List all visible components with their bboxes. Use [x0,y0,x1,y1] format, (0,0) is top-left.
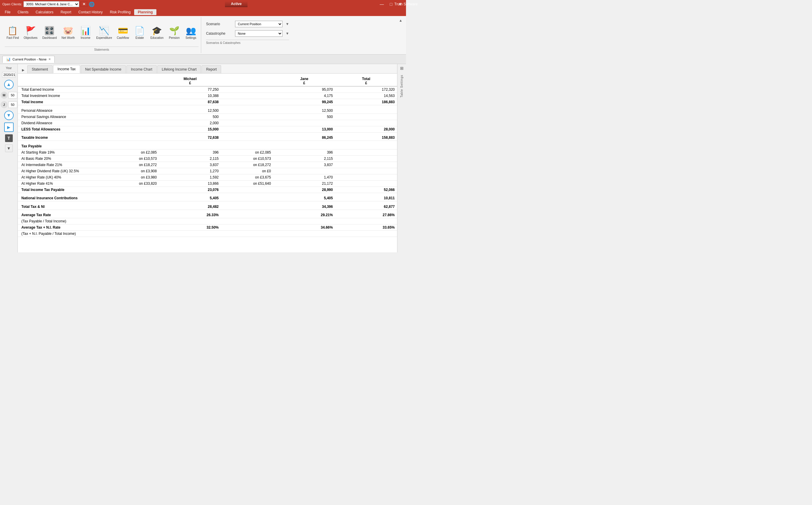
education-icon: 🎓 [152,26,162,36]
toolbar-estate[interactable]: 📄 Estate [132,25,147,41]
table-cell-9-3: on £2,085 [221,149,273,155]
tab-lifelong-income-chart[interactable]: Lifelong Income Chart [157,65,201,73]
table-cell-21-0: (Tax + N.I. Payable / Total Income) [18,231,107,237]
up-arrow-button[interactable]: ▲ [4,80,14,89]
table-cell-1-0: Total Investment Income [18,93,107,99]
table-row: Personal Allowance12,50012,500 [18,108,397,114]
down-arrow-button[interactable]: ▼ [4,111,14,120]
table-cell-18-0: Average Tax Rate [18,212,107,218]
table-cell-3-0: Personal Allowance [18,108,107,114]
toolbar-objectives[interactable]: 🚩 Objectives [22,25,39,41]
table-row: At Intermediate Rate 21%on £18,2723,837o… [18,162,397,168]
toolbar-net-worth[interactable]: 🐷 Net Worth [60,25,77,41]
catastrophe-dropdown-icon: ▼ [285,31,289,36]
col-jane-header: Jane£ [273,76,335,86]
toolbar-statements: 📋 Fact Find 🚩 Objectives 🎛️ Dashboard 🐷 … [2,17,201,53]
table-cell-5-0: Dividend Allowance [18,120,107,126]
table-cell-13-5 [335,174,397,180]
table-cell-18-2: 26.33% [159,212,221,218]
grid-icon[interactable]: ⊞ [400,64,403,72]
close-client-button[interactable]: ✕ [81,1,88,7]
tab-report[interactable]: Report [202,65,221,73]
table-row: Average Tax Rate26.33%29.21%27.86% [18,212,397,218]
scenarios-section: Scenario Current Position Scenario 1 Sce… [201,17,294,48]
table-cell-7-3 [221,135,273,141]
table-cell-14-0: At Higher Rate 41% [18,180,107,186]
table-cell-9-0: At Starting Rate 19% [18,149,107,155]
toolbar-dashboard[interactable]: 🎛️ Dashboard [40,25,59,41]
table-cell-11-3: on £18,272 [221,162,273,168]
maximize-button[interactable]: □ [388,1,394,7]
table-header-row: Michael£ Jane£ Total£ [18,76,397,86]
tab-income-tax[interactable]: Income Tax [53,65,80,73]
tab-statement[interactable]: Statement [27,65,52,73]
current-position-tab[interactable]: 📊 Current Position - None ✕ [2,56,54,63]
scenario-dropdown-icon: ▼ [285,22,289,26]
table-cell-1-5: 14,563 [335,93,397,99]
table-cell-13-1: on £3,980 [107,174,159,180]
table-settings-label[interactable]: Table Settings [399,72,404,100]
menu-calculators[interactable]: Calculators [32,9,57,15]
toolbar-collapse-button[interactable]: ▲ [398,17,403,24]
table-cell-3-2: 12,500 [159,108,221,114]
menu-planning[interactable]: Planning [134,9,156,15]
menu-risk-profiling[interactable]: Risk Profiling [106,9,134,15]
content-area: Year 2020/21 ▲ M 50 J 50 ▼ ▶ T ▼ ▶ State… [0,64,406,252]
table-cell-3-5 [335,108,397,114]
table-cell-16-3 [221,195,273,201]
play-button[interactable]: ▶ [4,123,14,132]
table-cell-18-4: 29.21% [273,212,335,218]
table-cell-2-5: 186,883 [335,99,397,105]
j-letter: J [1,101,8,108]
table-cell-16-5: 10,811 [335,195,397,201]
minimize-button[interactable]: — [378,1,386,7]
table-row: At Higher Dividend Rate (UK) 32.5%on £3,… [18,168,397,174]
table-row-spacer [18,141,397,143]
table-cell-5-5 [335,120,397,126]
table-cell-9-4: 396 [273,149,335,155]
table-cell-1-3 [221,93,273,99]
tab-net-spendable-income[interactable]: Net Spendable Income [81,65,126,73]
menu-report[interactable]: Report [57,9,75,15]
table-cell-21-2 [159,231,221,237]
table-row: Total Investment Income10,3884,17514,563 [18,93,397,99]
table-cell-8-2 [159,143,221,149]
income-label: Income [81,36,91,39]
table-cell-21-4 [273,231,335,237]
table-row: Total Earned Income77,25095,070172,320 [18,86,397,93]
table-cell-7-5: 158,883 [335,135,397,141]
menu-contact-history[interactable]: Contact History [75,9,106,15]
table-cell-6-2: 15,000 [159,126,221,132]
client-selector[interactable]: 3055: Michael Client & Jane C... [23,1,79,7]
table-cell-6-0: LESS Total Allowances [18,126,107,132]
toolbar: 📋 Fact Find 🚩 Objectives 🎛️ Dashboard 🐷 … [0,16,406,54]
j-age-value: 50 [8,102,17,108]
toolbar-fact-find[interactable]: 📋 Fact Find [5,25,21,41]
text-button[interactable]: T [5,134,13,142]
sub-tab-expand-button[interactable]: ▶ [20,67,26,73]
globe-button[interactable]: 🌐 [89,1,95,7]
toolbar-education[interactable]: 🎓 Education [149,25,165,41]
toolbar-cashflow[interactable]: 💳 Cashflow [115,25,131,41]
catastrophe-select[interactable]: None Critical Illness Death [235,30,282,37]
menu-clients[interactable]: Clients [14,9,32,15]
tab-income-chart[interactable]: Income Chart [126,65,157,73]
toolbar-expenditure[interactable]: 📉 Expenditure [94,25,114,41]
objectives-icon: 🚩 [25,26,36,36]
scenario-select[interactable]: Current Position Scenario 1 Scenario 2 [235,21,282,27]
income-tax-table-container[interactable]: Michael£ Jane£ Total£ Total Earned Incom… [18,73,397,252]
table-cell-15-4: 28,990 [273,186,335,193]
toolbar-settings[interactable]: 👥 Settings [183,25,199,41]
menu-file[interactable]: File [1,9,14,15]
table-cell-5-3 [221,120,273,126]
sub-tabs: ▶ Statement Income Tax Net Spendable Inc… [18,64,397,73]
table-cell-0-5: 172,320 [335,86,397,93]
scenario-label: Scenario [206,22,233,26]
filter-button[interactable]: ▼ [5,144,13,152]
doc-tab-label: Current Position - None [12,57,46,61]
table-cell-18-5: 27.86% [335,212,397,218]
tab-close-button[interactable]: ✕ [48,57,51,61]
toolbar-pension[interactable]: 🌱 Pension [166,25,182,41]
table-cell-11-1: on £18,272 [107,162,159,168]
toolbar-income[interactable]: 📊 Income [78,25,93,41]
